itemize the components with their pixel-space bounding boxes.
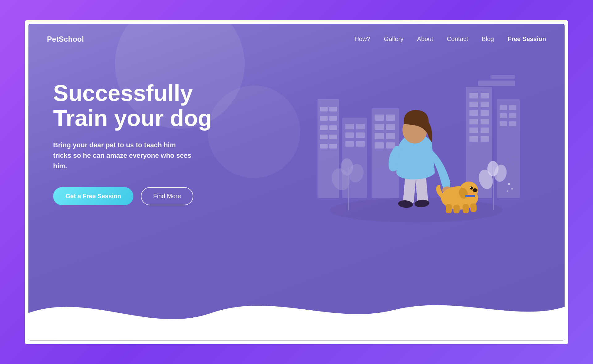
svg-rect-76 <box>463 204 469 213</box>
svg-rect-41 <box>500 105 507 110</box>
svg-rect-31 <box>481 102 489 107</box>
nav-free-session[interactable]: Free Session <box>507 36 546 43</box>
svg-rect-25 <box>375 142 384 149</box>
svg-point-60 <box>507 190 508 192</box>
svg-rect-17 <box>356 141 365 147</box>
nav-contact[interactable]: Contact <box>447 36 468 43</box>
svg-rect-1 <box>320 107 328 111</box>
nav-links: How? Gallery About Contact Blog Free Ses… <box>355 36 546 43</box>
svg-rect-75 <box>453 205 460 213</box>
svg-point-59 <box>511 188 513 190</box>
svg-point-70 <box>473 188 477 192</box>
svg-rect-4 <box>329 116 337 121</box>
svg-rect-48 <box>490 75 515 79</box>
hero-title-line2: Train your dog <box>53 105 212 131</box>
svg-rect-46 <box>509 121 516 126</box>
svg-rect-28 <box>469 93 478 98</box>
nav-gallery[interactable]: Gallery <box>384 36 403 43</box>
get-free-session-button[interactable]: Get a Free Session <box>53 187 133 205</box>
nav-blog[interactable]: Blog <box>482 36 494 43</box>
svg-rect-47 <box>478 81 515 86</box>
svg-point-57 <box>487 161 498 176</box>
svg-rect-36 <box>469 128 478 133</box>
svg-rect-35 <box>481 119 489 124</box>
svg-rect-39 <box>481 136 489 142</box>
hero-buttons: Get a Free Session Find More <box>53 187 220 205</box>
svg-rect-29 <box>481 93 489 98</box>
svg-rect-38 <box>469 136 478 142</box>
svg-rect-77 <box>470 203 477 212</box>
svg-rect-8 <box>329 135 337 139</box>
hero-subtitle: Bring your dear pet to us to teach him t… <box>53 140 195 171</box>
svg-rect-34 <box>469 119 478 124</box>
svg-rect-6 <box>329 125 337 130</box>
navigation: PetSchool How? Gallery About Contact Blo… <box>28 24 565 44</box>
svg-rect-20 <box>386 115 395 121</box>
svg-rect-45 <box>500 121 507 126</box>
hero-text: Successfully Train your dog Bring your d… <box>53 68 220 205</box>
svg-rect-33 <box>481 110 489 116</box>
svg-rect-7 <box>320 135 328 139</box>
svg-rect-2 <box>329 107 337 111</box>
svg-rect-3 <box>320 116 328 121</box>
svg-rect-23 <box>375 133 384 139</box>
svg-rect-19 <box>375 115 384 121</box>
svg-rect-44 <box>509 113 516 118</box>
svg-rect-12 <box>345 124 354 129</box>
svg-rect-5 <box>320 125 328 130</box>
svg-point-58 <box>508 183 510 185</box>
nav-how[interactable]: How? <box>355 36 370 43</box>
svg-rect-32 <box>469 110 478 116</box>
svg-point-72 <box>470 187 471 188</box>
hero-section: Successfully Train your dog Bring your d… <box>28 44 565 323</box>
svg-rect-74 <box>446 204 452 213</box>
logo[interactable]: PetSchool <box>47 35 84 44</box>
inner-card: PetSchool How? Gallery About Contact Blo… <box>28 24 565 341</box>
svg-rect-42 <box>509 105 516 110</box>
svg-rect-37 <box>481 128 489 133</box>
svg-rect-13 <box>356 124 365 129</box>
svg-rect-10 <box>329 144 337 149</box>
hero-title-line1: Successfully <box>53 80 193 106</box>
hero-svg-illustration <box>293 62 534 241</box>
svg-rect-24 <box>386 133 395 139</box>
svg-rect-73 <box>465 195 475 197</box>
nav-about[interactable]: About <box>417 36 433 43</box>
svg-rect-22 <box>386 124 395 130</box>
hero-illustration <box>220 68 546 323</box>
hero-title: Successfully Train your dog <box>53 81 220 131</box>
svg-rect-30 <box>469 102 478 107</box>
svg-rect-15 <box>356 132 365 138</box>
svg-point-71 <box>470 186 473 190</box>
svg-rect-26 <box>386 142 395 149</box>
svg-rect-21 <box>375 124 384 130</box>
outer-frame: PetSchool How? Gallery About Contact Blo… <box>25 20 568 344</box>
svg-point-53 <box>341 158 353 176</box>
svg-rect-43 <box>500 113 507 118</box>
svg-rect-14 <box>345 132 354 138</box>
svg-rect-9 <box>320 144 328 149</box>
svg-rect-16 <box>345 141 354 147</box>
find-more-button[interactable]: Find More <box>141 187 193 205</box>
